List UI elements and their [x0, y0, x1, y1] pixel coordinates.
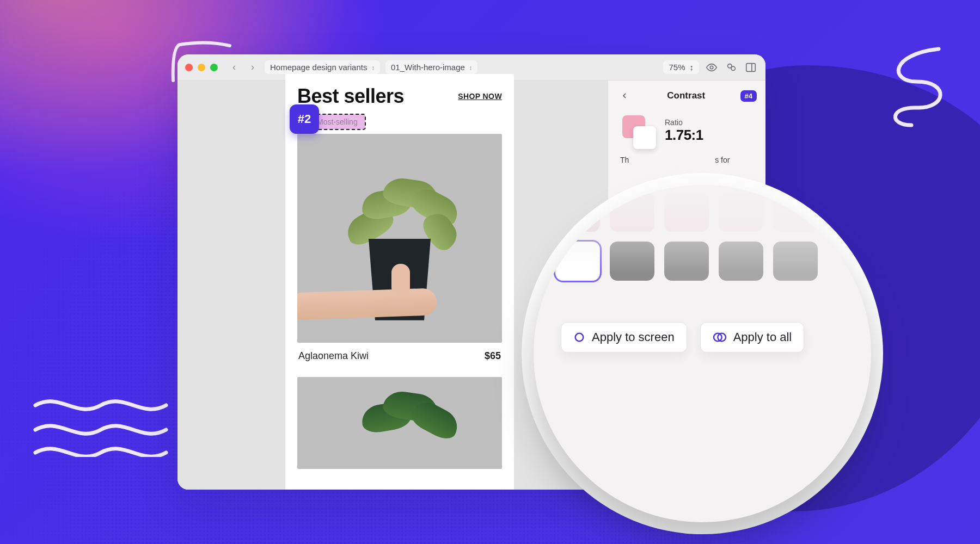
- color-suggestion[interactable]: [664, 193, 709, 232]
- magnifier-lens: Apply to screen Apply to all: [534, 185, 871, 522]
- double-circle-icon: [713, 331, 727, 343]
- artboard[interactable]: Best sellers SHOP NOW #2 Most-selling: [285, 74, 514, 490]
- contrast-swatches[interactable]: [622, 115, 655, 146]
- breadcrumb-artboard[interactable]: 01_With-hero-image ↕: [385, 60, 477, 74]
- product-price: $65: [485, 350, 501, 362]
- breadcrumb-artboard-label: 01_With-hero-image: [391, 63, 465, 72]
- color-suggestion[interactable]: [664, 242, 709, 281]
- product-name: Aglaonema Kiwi: [298, 350, 369, 362]
- product-card[interactable]: [297, 377, 502, 469]
- svg-point-2: [731, 66, 735, 70]
- color-suggestion[interactable]: [719, 193, 763, 232]
- close-icon[interactable]: [185, 64, 193, 71]
- panel-toggle-icon[interactable]: [744, 60, 758, 75]
- minimize-icon[interactable]: [198, 64, 205, 71]
- doodle-waves-icon: [33, 392, 169, 457]
- color-suggestion[interactable]: [773, 242, 818, 281]
- svg-point-5: [575, 333, 584, 342]
- window-controls[interactable]: [185, 64, 218, 71]
- issue-marker-badge[interactable]: #2: [290, 104, 319, 134]
- background-swatch[interactable]: [633, 126, 656, 149]
- nav-forward-button[interactable]: ›: [246, 61, 259, 73]
- svg-rect-3: [746, 63, 756, 71]
- color-suggestion[interactable]: [719, 242, 763, 281]
- chevron-updown-icon: ↕: [371, 64, 375, 71]
- product-card[interactable]: Aglaonema Kiwi $65: [297, 134, 502, 362]
- ratio-label: Ratio: [665, 118, 703, 127]
- svg-point-0: [710, 66, 713, 69]
- panel-title: Contrast: [667, 90, 705, 101]
- apply-to-screen-button[interactable]: Apply to screen: [561, 322, 687, 353]
- zoom-control[interactable]: 75% ↕: [663, 60, 699, 74]
- apply-to-all-button[interactable]: Apply to all: [700, 322, 805, 353]
- breadcrumb-project[interactable]: Homepage design variants ↕: [265, 60, 380, 74]
- breadcrumb-project-label: Homepage design variants: [270, 63, 367, 72]
- ratio-value: 1.75:1: [665, 127, 703, 144]
- chevron-updown-icon: ↕: [469, 64, 473, 71]
- collaborate-icon[interactable]: [724, 60, 738, 75]
- product-image: [297, 377, 502, 469]
- fullscreen-icon[interactable]: [210, 64, 218, 71]
- panel-back-button[interactable]: [617, 88, 632, 103]
- contrast-hint: Th s for: [608, 151, 765, 169]
- shop-now-link[interactable]: SHOP NOW: [458, 92, 502, 101]
- apply-to-screen-label: Apply to screen: [592, 330, 675, 344]
- product-image: [297, 134, 502, 343]
- color-suggestion[interactable]: [610, 242, 654, 281]
- chevron-updown-icon: ↕: [690, 63, 694, 72]
- panel-issue-badge[interactable]: #4: [740, 90, 757, 102]
- apply-to-all-label: Apply to all: [733, 330, 792, 344]
- nav-back-button[interactable]: ‹: [228, 61, 241, 73]
- doodle-scribble-icon: [857, 44, 955, 131]
- zoom-value: 75%: [669, 63, 685, 72]
- contrast-preview: Ratio 1.75:1: [608, 111, 765, 151]
- circle-icon: [573, 331, 585, 343]
- preview-eye-icon[interactable]: [705, 60, 719, 75]
